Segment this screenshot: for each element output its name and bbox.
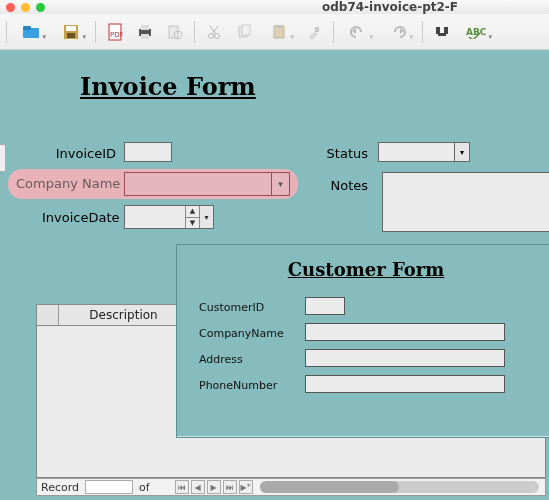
record-scrollbar[interactable] (260, 481, 539, 493)
spinner-down-icon[interactable]: ▼ (186, 218, 199, 229)
table-corner[interactable] (37, 305, 59, 325)
spinner-buttons[interactable]: ▲▼ (185, 206, 199, 228)
dropdown-icon[interactable]: ▾ (271, 173, 289, 195)
redo-button[interactable] (380, 19, 416, 45)
toolbar-separator (422, 21, 423, 43)
paste-button[interactable] (261, 19, 297, 45)
customer-company-label: CompanyName (199, 327, 284, 340)
customer-id-field[interactable] (305, 297, 345, 315)
customer-phone-field[interactable] (305, 375, 505, 393)
print-button[interactable] (132, 19, 158, 45)
notes-textarea[interactable] (382, 172, 549, 232)
form-design-canvas[interactable]: Invoice Form InvoiceID Company Name ▾ In… (0, 50, 549, 500)
customer-subform[interactable]: Customer Form CustomerID CompanyName Add… (176, 244, 549, 438)
toolbar-separator (6, 21, 7, 43)
new-record-button[interactable]: ▶* (239, 480, 253, 494)
invoice-date-label: InvoiceDate (42, 210, 118, 225)
clone-formatting-button[interactable] (301, 19, 327, 45)
cut-button[interactable] (201, 19, 227, 45)
last-record-button[interactable]: ⏭ (223, 480, 237, 494)
column-description[interactable]: Description (59, 305, 189, 325)
date-dropdown-icon[interactable]: ▾ (199, 206, 213, 228)
company-name-label: Company Name (16, 176, 120, 191)
record-label: Record (37, 481, 83, 494)
undo-button[interactable] (340, 19, 376, 45)
prev-record-button[interactable]: ◀ (191, 480, 205, 494)
record-of-label: of (135, 481, 154, 494)
export-pdf-button[interactable]: PDF (102, 19, 128, 45)
svg-rect-1 (23, 26, 31, 30)
titlebar: odb74-invoice-pt2-F (0, 0, 549, 14)
spinner-up-icon[interactable]: ▲ (186, 206, 199, 218)
svg-rect-19 (436, 27, 440, 34)
status-combobox[interactable]: ▾ (378, 142, 470, 162)
main-toolbar: PDF ABC (0, 14, 549, 50)
svg-rect-20 (444, 27, 448, 34)
window-title: odb74-invoice-pt2-F (231, 0, 549, 14)
notes-label: Notes (324, 178, 368, 193)
close-window-icon[interactable] (6, 3, 15, 12)
customer-address-label: Address (199, 353, 243, 366)
save-button[interactable] (53, 19, 89, 45)
print-preview-button[interactable] (162, 19, 188, 45)
copy-button[interactable] (231, 19, 257, 45)
open-button[interactable] (13, 19, 49, 45)
find-button[interactable] (429, 19, 455, 45)
svg-rect-3 (66, 26, 76, 31)
svg-rect-4 (67, 33, 75, 38)
svg-point-12 (209, 33, 214, 38)
customer-form-title: Customer Form (177, 259, 549, 280)
svg-text:ABC: ABC (466, 27, 487, 37)
invoice-id-label: InvoiceID (48, 146, 116, 161)
next-record-button[interactable]: ▶ (207, 480, 221, 494)
status-label: Status (318, 146, 368, 161)
company-name-combobox[interactable]: ▾ (124, 172, 290, 196)
invoice-form-title: Invoice Form (80, 72, 256, 101)
svg-rect-9 (141, 34, 149, 39)
dropdown-icon[interactable]: ▾ (454, 142, 470, 162)
svg-rect-8 (141, 25, 149, 30)
invoice-date-field[interactable]: ▲▼ ▾ (124, 205, 214, 229)
svg-rect-15 (242, 25, 250, 35)
customer-address-field[interactable] (305, 349, 505, 367)
invoice-id-field[interactable] (124, 142, 172, 162)
toolbar-separator (95, 21, 96, 43)
svg-rect-21 (438, 33, 446, 36)
maximize-window-icon[interactable] (36, 3, 45, 12)
ruler-stub (0, 144, 6, 172)
first-record-button[interactable]: ⏮ (175, 480, 189, 494)
record-number-field[interactable] (85, 480, 133, 494)
record-navigator: Record of ⏮ ◀ ▶ ⏭ ▶* (36, 478, 546, 496)
svg-rect-18 (315, 27, 319, 32)
svg-text:PDF: PDF (110, 31, 123, 39)
customer-id-label: CustomerID (199, 301, 264, 314)
minimize-window-icon[interactable] (21, 3, 30, 12)
customer-company-field[interactable] (305, 323, 505, 341)
customer-phone-label: PhoneNumber (199, 379, 277, 392)
toolbar-separator (194, 21, 195, 43)
toolbar-separator (333, 21, 334, 43)
spellcheck-button[interactable]: ABC (459, 19, 495, 45)
svg-rect-17 (276, 25, 282, 28)
svg-rect-10 (169, 26, 178, 38)
svg-point-13 (215, 33, 220, 38)
